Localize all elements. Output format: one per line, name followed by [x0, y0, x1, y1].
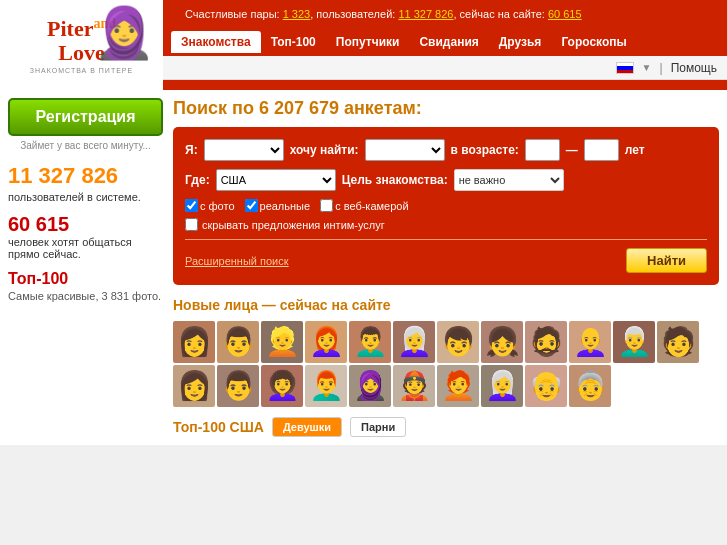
adv-search-link[interactable]: Расширенный поиск [185, 255, 289, 267]
face-thumb[interactable]: 👩 [173, 321, 215, 363]
where-select[interactable]: США Россия Германия [216, 169, 336, 191]
face-thumb[interactable]: 👩‍🦰 [305, 321, 347, 363]
faces-grid: 👩👨👱👩‍🦰👨‍🦱👩‍🦳👦👧🧔👩‍🦲👨‍🦳🧑👩👨👩‍🦱👨‍🦰🧕👲🧑‍🦰👩‍🦳👴👵 [173, 321, 719, 407]
nav-druzya[interactable]: Друзья [489, 31, 552, 53]
face-thumb[interactable]: 👧 [481, 321, 523, 363]
aim-select[interactable]: не важно Дружба Любовь [454, 169, 564, 191]
face-thumb[interactable]: 👨‍🦳 [613, 321, 655, 363]
age-from-input[interactable] [525, 139, 560, 161]
logo-piter: Piter [47, 16, 93, 41]
online-label: человек хотят общаться прямо сейчас. [8, 236, 163, 260]
online-label: сейчас на сайте: [460, 8, 545, 20]
register-button[interactable]: Регистрация [8, 98, 163, 136]
face-thumb[interactable]: 👨‍🦰 [305, 365, 347, 407]
i-label: Я: [185, 143, 198, 157]
face-thumb[interactable]: 👩‍🦳 [481, 365, 523, 407]
nav-svidaniya[interactable]: Свидания [409, 31, 488, 53]
face-thumb[interactable]: 🧑 [657, 321, 699, 363]
face-thumb[interactable]: 👨‍🦱 [349, 321, 391, 363]
search-button[interactable]: Найти [626, 248, 707, 273]
age-to-input[interactable] [584, 139, 619, 161]
help-link[interactable]: Помощь [671, 61, 717, 75]
where-label: Где: [185, 173, 210, 187]
search-divider [185, 239, 707, 240]
want-select[interactable]: Мужчину Женщину [365, 139, 445, 161]
cb-hide[interactable] [185, 218, 198, 231]
age-dash: — [566, 143, 578, 157]
tab-girls-button[interactable]: Девушки [272, 417, 342, 437]
reg-hint: Займет у вас всего минуту... [8, 140, 163, 151]
aim-label: Цель знакомства: [342, 173, 448, 187]
online-count-link[interactable]: 60 615 [548, 8, 582, 20]
main-content: Регистрация Займет у вас всего минуту...… [0, 90, 727, 445]
nav-goros[interactable]: Гороскопы [551, 31, 636, 53]
cb-cam[interactable] [320, 199, 333, 212]
new-faces-title: Новые лица — сейчас на сайте [173, 297, 719, 313]
user-count-label: пользователей в системе. [8, 191, 163, 203]
years-label: лет [625, 143, 645, 157]
cb-photo-text: с фото [200, 200, 235, 212]
cb-photo-label: с фото [185, 199, 235, 212]
top100-section: Топ-100 США Девушки Парни [173, 417, 719, 437]
flag-icon [616, 62, 634, 74]
face-thumb[interactable]: 👩‍🦳 [393, 321, 435, 363]
logo-figure: 🧕 [93, 8, 155, 58]
face-thumb[interactable]: 👱 [261, 321, 303, 363]
search-form: Я: Мужчина Женщина хочу найти: Мужчину Ж… [173, 127, 719, 285]
top100-section-title: Топ-100 США [173, 419, 264, 435]
right-content: Поиск по 6 207 679 анкетам: Я: Мужчина Ж… [173, 98, 719, 437]
nav-bar: Знакомства Топ-100 Попутчики Свидания Др… [165, 28, 727, 56]
face-thumb[interactable]: 👨 [217, 321, 259, 363]
pairs-count-link[interactable]: 1 323 [283, 8, 311, 20]
logo-subtitle: ЗНАКОМСТВА В ПИТЕРЕ [0, 67, 163, 74]
face-thumb[interactable]: 👵 [569, 365, 611, 407]
face-thumb[interactable]: 🧕 [349, 365, 391, 407]
cb-cam-text: с веб-камерой [335, 200, 408, 212]
face-thumb[interactable]: 🧑‍🦰 [437, 365, 479, 407]
users-label: пользователей: [316, 8, 395, 20]
top100-desc: Самые красивые, 3 831 фото. [8, 290, 163, 302]
checkboxes-row: с фото реальные с веб-камерой [185, 199, 707, 212]
cb-cam-label: с веб-камерой [320, 199, 408, 212]
stats-bar: Счастливые пары: 1 323, пользователей: 1… [175, 8, 727, 20]
search-bottom-row: Расширенный поиск Найти [185, 248, 707, 273]
nav-poputchiki[interactable]: Попутчики [326, 31, 410, 53]
want-label: хочу найти: [290, 143, 359, 157]
cb-real-text: реальные [260, 200, 311, 212]
cb-real[interactable] [245, 199, 258, 212]
hide-label: скрывать предложения интим-услуг [202, 219, 385, 231]
face-thumb[interactable]: 👲 [393, 365, 435, 407]
age-label: в возрасте: [451, 143, 519, 157]
stats-text: Счастливые пары: [185, 8, 280, 20]
top100-sidebar-link[interactable]: Топ-100 [8, 270, 68, 287]
nav-znakomstva[interactable]: Знакомства [171, 31, 261, 53]
face-thumb[interactable]: 👩‍🦲 [569, 321, 611, 363]
face-thumb[interactable]: 👨 [217, 365, 259, 407]
gender-select[interactable]: Мужчина Женщина [204, 139, 284, 161]
user-count: 11 327 826 [8, 163, 163, 189]
face-thumb[interactable]: 👩 [173, 365, 215, 407]
sidebar: Регистрация Займет у вас всего минуту...… [8, 98, 163, 437]
face-thumb[interactable]: 🧔 [525, 321, 567, 363]
online-count[interactable]: 60 615 [8, 213, 69, 235]
cb-real-label: реальные [245, 199, 311, 212]
logo: 🧕 Piterand Love ЗНАКОМСТВА В ПИТЕРЕ [0, 0, 163, 90]
hide-row: скрывать предложения интим-услуг [185, 218, 707, 231]
face-thumb[interactable]: 👴 [525, 365, 567, 407]
nav-top100[interactable]: Топ-100 [261, 31, 326, 53]
users-count-link[interactable]: 11 327 826 [398, 8, 453, 20]
face-thumb[interactable]: 👦 [437, 321, 479, 363]
face-thumb[interactable]: 👩‍🦱 [261, 365, 303, 407]
tab-guys-button[interactable]: Парни [350, 417, 406, 437]
cb-photo[interactable] [185, 199, 198, 212]
search-title: Поиск по 6 207 679 анкетам: [173, 98, 719, 119]
